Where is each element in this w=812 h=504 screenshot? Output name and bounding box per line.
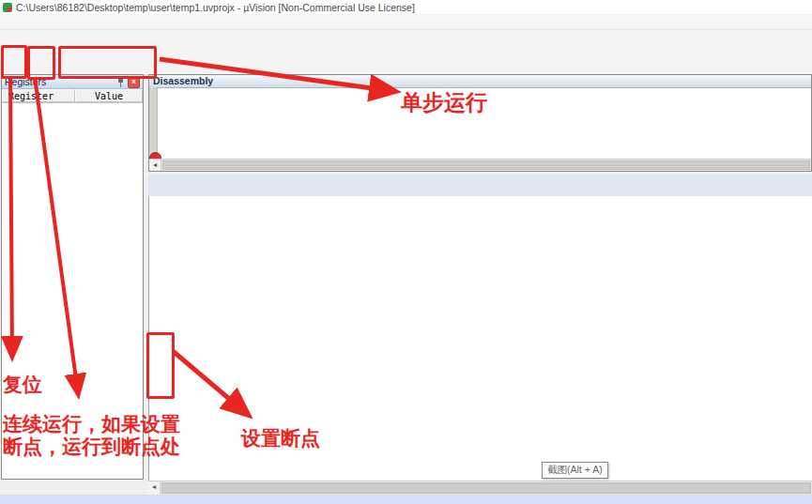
- registers-panel: Registers x Register Value: [1, 74, 144, 480]
- editor-tab-bar: [148, 175, 812, 197]
- code-area[interactable]: [148, 196, 812, 481]
- title-bar: C:\Users\86182\Desktop\temp\user\temp1.u…: [0, 0, 812, 14]
- scrollbar-thumb[interactable]: [162, 160, 810, 170]
- uvision-logo-icon: [3, 3, 12, 12]
- pin-icon[interactable]: [116, 77, 125, 87]
- registers-panel-titlebar: Registers x: [2, 75, 143, 89]
- registers-grid-header: Register Value: [2, 89, 143, 103]
- close-icon[interactable]: x: [128, 76, 140, 88]
- disassembly-title: Disassembly: [149, 75, 811, 88]
- scroll-left-icon[interactable]: ◂: [148, 481, 161, 495]
- scrollbar-thumb[interactable]: [161, 482, 811, 494]
- menu-bar: [0, 14, 812, 29]
- window-title: C:\Users\86182\Desktop\temp\user\temp1.u…: [16, 2, 415, 13]
- disassembly-window: Disassembly ◂: [148, 74, 812, 172]
- editor-hscrollbar[interactable]: ◂: [148, 481, 812, 495]
- register-column-header: Register: [2, 89, 75, 102]
- file-toolbar: [0, 29, 812, 50]
- debug-toolbar: [0, 49, 812, 75]
- disassembly-margin[interactable]: [149, 87, 158, 160]
- value-column-header: Value: [75, 89, 143, 102]
- bottom-strip: [0, 495, 812, 504]
- disassembly-content[interactable]: [149, 88, 811, 150]
- editor-window: ◂: [148, 175, 812, 495]
- registers-panel-title: Registers: [5, 76, 46, 87]
- screenshot-tooltip: 截图(Alt + A): [542, 462, 608, 479]
- scroll-left-icon[interactable]: ◂: [149, 160, 161, 171]
- disassembly-hscrollbar[interactable]: ◂: [149, 159, 811, 171]
